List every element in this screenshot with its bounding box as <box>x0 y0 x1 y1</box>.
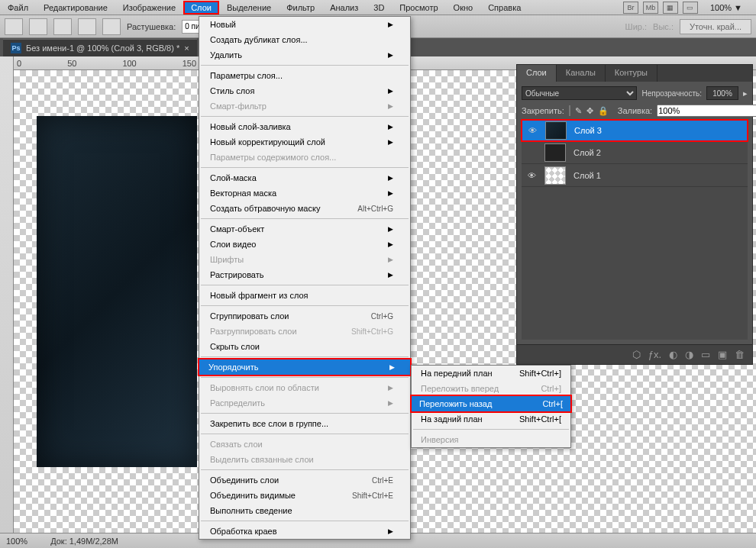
menu-item[interactable]: Смарт-объект▶ <box>199 221 410 237</box>
menu-image[interactable]: Изображение <box>115 1 183 15</box>
panel-tabs: Слои Каналы Контуры <box>517 65 752 82</box>
lock-move-icon[interactable]: ✥ <box>586 106 593 116</box>
vertical-ruler <box>0 56 14 533</box>
menu-item[interactable]: Закрепить все слои в группе... <box>199 416 410 431</box>
menu-item[interactable]: Новый▶ <box>199 17 410 32</box>
lock-all-icon[interactable]: 🔒 <box>598 106 609 116</box>
close-tab-icon[interactable]: × <box>184 44 189 53</box>
menu-3d[interactable]: 3D <box>366 1 392 15</box>
tab-layers[interactable]: Слои <box>517 65 557 82</box>
ps-icon: Ps <box>11 43 21 53</box>
layer-thumbnail[interactable] <box>544 166 566 185</box>
menu-filter[interactable]: Фильтр <box>279 1 322 15</box>
selection-add-icon[interactable] <box>53 18 72 35</box>
ruler-mark: 150 <box>183 59 196 68</box>
minibridge-icon[interactable]: Mb <box>643 2 658 14</box>
menu-item: Выровнять слои по области▶ <box>199 380 410 395</box>
submenu-item[interactable]: Переложить назадCtrl+[ <box>410 395 572 413</box>
menu-item[interactable]: Создать обтравочную маскуAlt+Ctrl+G <box>199 201 410 216</box>
visibility-icon[interactable]: 👁 <box>522 126 542 135</box>
status-doc[interactable]: Док: 1,49M/2,28M <box>50 537 118 546</box>
submenu-item[interactable]: На задний планShift+Ctrl+[ <box>412 411 570 427</box>
view-extras-icon[interactable]: ▭ <box>683 2 698 14</box>
menu-item[interactable]: Сгруппировать слоиCtrl+G <box>199 308 410 324</box>
submenu-item[interactable]: На передний планShift+Ctrl+] <box>412 366 570 381</box>
arrange-submenu: На передний планShift+Ctrl+]Переложить в… <box>411 365 571 448</box>
menu-item[interactable]: Удалить▶ <box>199 47 410 63</box>
lock-transparent-icon[interactable] <box>569 105 570 116</box>
adjustment-icon[interactable]: ◑ <box>685 349 693 360</box>
menu-help[interactable]: Справка <box>480 1 528 15</box>
menu-item: Разгруппировать слоиShift+Ctrl+G <box>199 324 410 339</box>
mask-icon[interactable]: ◐ <box>669 349 677 360</box>
menu-file[interactable]: Файл <box>0 1 36 15</box>
ruler-mark: 50 <box>67 59 76 68</box>
opacity-arrow-icon[interactable]: ▸ <box>743 89 748 98</box>
zoom-display[interactable]: 100% ▼ <box>703 1 750 15</box>
screen-mode-icon[interactable]: ▦ <box>663 2 678 14</box>
menubar-right: Br Mb ▦ ▭ 100% ▼ <box>623 1 756 15</box>
link-layers-icon[interactable]: ⬡ <box>632 349 641 360</box>
layer-name: Слой 1 <box>569 171 601 180</box>
menu-item[interactable]: Создать дубликат слоя... <box>199 32 410 47</box>
layer-thumbnail[interactable] <box>544 143 566 162</box>
layer-thumbnail[interactable] <box>545 121 567 140</box>
menu-item: Выделить связанные слои <box>199 452 410 467</box>
menu-edit[interactable]: Редактирование <box>36 1 115 15</box>
new-layer-icon[interactable]: ▣ <box>718 349 727 360</box>
menu-select[interactable]: Выделение <box>219 1 279 15</box>
menu-item[interactable]: Слои видео▶ <box>199 237 410 252</box>
ruler-mark: 0 <box>17 59 21 68</box>
document-tab[interactable]: Ps Без имени-1 @ 100% (Слой 3, RGB/8) * … <box>3 39 197 56</box>
lock-brush-icon[interactable]: ✎ <box>575 106 582 116</box>
tab-channels[interactable]: Каналы <box>557 65 606 82</box>
ruler-mark: 100 <box>122 59 136 68</box>
layer-item[interactable]: 👁Слой 3 <box>521 119 748 142</box>
menu-item[interactable]: Скрыть слои <box>199 339 410 354</box>
layer-item[interactable]: 👁Слой 1 <box>522 164 748 187</box>
menu-item[interactable]: Стиль слоя▶ <box>199 83 410 98</box>
menu-item[interactable]: Векторная маска▶ <box>199 185 410 201</box>
menu-item[interactable]: Выполнить сведение <box>199 503 410 518</box>
folder-icon[interactable]: ▭ <box>701 349 710 360</box>
menu-item[interactable]: Параметры слоя... <box>199 68 410 83</box>
opacity-input[interactable] <box>706 86 738 100</box>
menu-item[interactable]: Объединить видимыеShift+Ctrl+E <box>199 488 410 503</box>
selection-new-icon[interactable] <box>29 18 47 35</box>
selection-subtract-icon[interactable] <box>78 18 96 35</box>
fill-input[interactable] <box>657 105 756 117</box>
tool-preset-icon[interactable] <box>5 18 23 35</box>
menu-item[interactable]: Новый корректирующий слой▶ <box>199 134 410 150</box>
fx-icon[interactable]: ƒx. <box>648 349 661 360</box>
status-zoom[interactable]: 100% <box>6 537 27 546</box>
feather-label: Растушевка: <box>127 22 176 31</box>
opacity-label: Непрозрачность: <box>641 89 702 98</box>
selection-intersect-icon[interactable] <box>102 18 121 35</box>
menubar: Файл Редактирование Изображение Слои Выд… <box>0 0 756 15</box>
menu-view[interactable]: Просмотр <box>392 1 445 15</box>
menu-item: Смарт-фильтр▶ <box>199 98 410 114</box>
refine-edge-button[interactable]: Уточн. край... <box>680 19 751 34</box>
menu-layers[interactable]: Слои <box>183 1 219 15</box>
lock-label: Закрепить: <box>522 106 564 115</box>
layer-item[interactable]: Слой 2 <box>522 141 748 164</box>
trash-icon[interactable]: 🗑 <box>735 349 745 360</box>
menu-item[interactable]: Слой-маска▶ <box>199 170 410 185</box>
menu-item: Шрифты▶ <box>199 252 410 267</box>
menu-item[interactable]: Новый фрагмент из слоя <box>199 288 410 303</box>
tab-paths[interactable]: Контуры <box>606 65 657 82</box>
fill-label: Заливка: <box>618 106 652 115</box>
blend-mode-select[interactable]: Обычные <box>522 86 637 100</box>
menu-item[interactable]: Объединить слоиCtrl+E <box>199 472 410 488</box>
menu-analysis[interactable]: Анализ <box>322 1 366 15</box>
menu-item[interactable]: Упорядочить▶ <box>198 358 412 376</box>
visibility-icon[interactable]: 👁 <box>522 171 541 180</box>
menu-item[interactable]: Растрировать▶ <box>199 267 410 282</box>
submenu-item: Инверсия <box>412 432 570 447</box>
menu-window[interactable]: Окно <box>446 1 481 15</box>
menu-item[interactable]: Новый слой-заливка▶ <box>199 119 410 134</box>
bridge-icon[interactable]: Br <box>623 2 638 14</box>
menu-item[interactable]: Обработка краев▶ <box>199 524 410 539</box>
layer-name: Слой 2 <box>569 148 601 157</box>
layers-menu-dropdown: Новый▶Создать дубликат слоя...Удалить▶Па… <box>199 16 411 540</box>
